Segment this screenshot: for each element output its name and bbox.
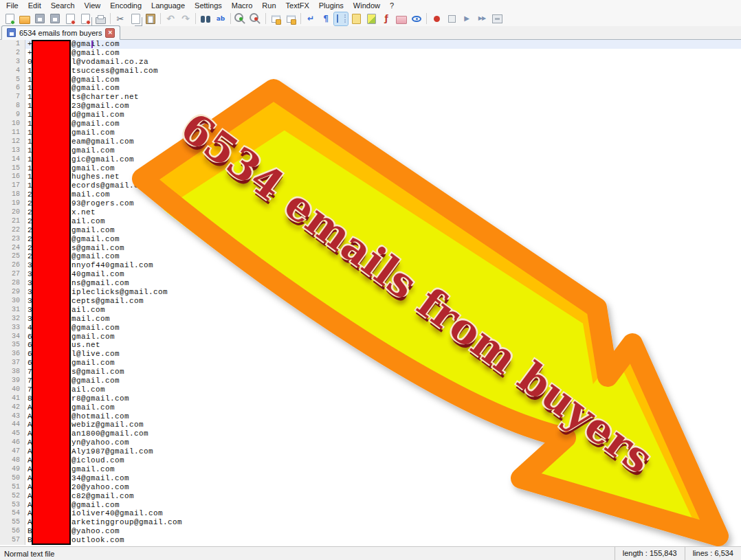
- tab-6534-emails-from-buyers[interactable]: 6534 emails from buyers ✕: [1, 25, 120, 40]
- editor-line[interactable]: 53A@gmail.com: [0, 501, 741, 510]
- copy-icon[interactable]: [129, 12, 142, 25]
- editor-line[interactable]: 232@gmail.com: [0, 235, 741, 244]
- menu-language[interactable]: Language: [146, 0, 190, 11]
- editor-line[interactable]: 303cepts@gmail.com: [0, 297, 741, 306]
- editor-line[interactable]: 283ns@gmail.com: [0, 279, 741, 288]
- replace-icon[interactable]: ab: [214, 12, 228, 25]
- editor-line[interactable]: 42Agmail.com: [0, 403, 741, 412]
- editor-line[interactable]: 8123@gmail.com: [0, 102, 741, 111]
- editor-line[interactable]: 171ecords@gmail.com: [0, 181, 741, 190]
- editor-line[interactable]: 52Ac82@gmail.com: [0, 492, 741, 501]
- macro-record-icon[interactable]: [430, 12, 443, 25]
- menu-macro[interactable]: Macro: [227, 0, 258, 11]
- editor-line[interactable]: 41tsuccess@gmail.com: [0, 67, 741, 76]
- editor-line[interactable]: 313ail.com: [0, 306, 741, 315]
- text-editor[interactable]: 1+@gmail.com2+@gmail.com30l@vodamail.co.…: [0, 40, 741, 545]
- editor-line[interactable]: 182mail.com: [0, 190, 741, 199]
- editor-line[interactable]: 323mail.com: [0, 315, 741, 324]
- open-file-icon[interactable]: [18, 12, 32, 25]
- editor-line[interactable]: 45Aan1800@gmail.com: [0, 429, 741, 438]
- editor-line[interactable]: 2+@gmail.com: [0, 49, 741, 58]
- editor-line[interactable]: 1+@gmail.com: [0, 40, 741, 49]
- save-icon[interactable]: [33, 12, 47, 25]
- macro-run-multiple-icon[interactable]: ▶▶: [475, 12, 489, 25]
- editor-line[interactable]: 397@gmail.com: [0, 377, 741, 385]
- print-icon[interactable]: [93, 12, 107, 25]
- menu-edit[interactable]: Edit: [23, 0, 46, 11]
- cut-icon[interactable]: ✂: [113, 12, 127, 25]
- editor-line[interactable]: 71ts@charter.net: [0, 93, 741, 102]
- editor-line[interactable]: 51@gmail.com: [0, 76, 741, 85]
- editor-line[interactable]: 57Boutlook.com: [0, 536, 741, 545]
- editor-line[interactable]: 19293@rogers.com: [0, 199, 741, 208]
- menu-[interactable]: ?: [385, 0, 399, 11]
- editor-line[interactable]: 30l@vodamail.co.za: [0, 58, 741, 67]
- menu-textfx[interactable]: TextFX: [281, 0, 314, 11]
- show-indent-guide-icon[interactable]: [334, 12, 348, 25]
- menu-search[interactable]: Search: [46, 0, 80, 11]
- redo-icon[interactable]: ↷: [179, 12, 192, 25]
- zoom-in-icon[interactable]: [234, 12, 247, 25]
- menu-view[interactable]: View: [80, 0, 106, 11]
- find-icon[interactable]: [199, 12, 212, 25]
- editor-line[interactable]: 55Aarketinggroup@gmail.com: [0, 518, 741, 527]
- editor-line[interactable]: 387s@gmail.com: [0, 368, 741, 377]
- editor-line[interactable]: 151gmail.com: [0, 164, 741, 173]
- editor-line[interactable]: 27340gmail.com: [0, 270, 741, 279]
- editor-line[interactable]: 376gmail.com: [0, 359, 741, 368]
- editor-line[interactable]: 47AAly1987@gmail.com: [0, 447, 741, 456]
- undo-icon[interactable]: ↶: [164, 12, 177, 25]
- editor-line[interactable]: 263nnyof440gmail.com: [0, 261, 741, 270]
- doc-switcher-icon[interactable]: [349, 12, 363, 25]
- editor-line[interactable]: 131gmail.com: [0, 146, 741, 155]
- editor-line[interactable]: 49Agmail.com: [0, 465, 741, 474]
- macro-play-icon[interactable]: ▶: [460, 12, 474, 25]
- word-wrap-icon[interactable]: ↵: [304, 12, 318, 25]
- editor-line[interactable]: 242s@gmail.com: [0, 244, 741, 253]
- editor-line[interactable]: 141gic@gmail.com: [0, 155, 741, 164]
- zoom-out-icon[interactable]: [249, 12, 263, 25]
- editor-line[interactable]: 161hughes.net: [0, 172, 741, 181]
- editor-line[interactable]: 43A@hotmail.com: [0, 412, 741, 421]
- menu-encoding[interactable]: Encoding: [105, 0, 146, 11]
- function-list-icon[interactable]: ƒ: [379, 12, 393, 25]
- editor-line[interactable]: 346gmail.com: [0, 333, 741, 341]
- menu-file[interactable]: File: [1, 0, 23, 11]
- macro-save-icon[interactable]: [490, 12, 504, 25]
- editor-line[interactable]: 56B@yahoo.com: [0, 527, 741, 536]
- editor-line[interactable]: 366l@live.com: [0, 350, 741, 359]
- sync-horizontal-scroll-icon[interactable]: [284, 12, 298, 25]
- editor-line[interactable]: 222gmail.com: [0, 226, 741, 235]
- editor-line[interactable]: 50A34@gmail.com: [0, 474, 741, 483]
- editor-line[interactable]: 202x.net: [0, 208, 741, 217]
- menu-window[interactable]: Window: [349, 0, 385, 11]
- editor-line[interactable]: 407ail.com: [0, 385, 741, 394]
- sync-vertical-scroll-icon[interactable]: [269, 12, 283, 25]
- editor-line[interactable]: 91d@gmail.com: [0, 111, 741, 120]
- monitoring-icon[interactable]: [410, 12, 423, 25]
- close-icon[interactable]: [63, 12, 77, 25]
- macro-stop-icon[interactable]: [445, 12, 458, 25]
- editor-line[interactable]: 212ail.com: [0, 217, 741, 226]
- editor-line[interactable]: 48A@icloud.com: [0, 456, 741, 465]
- folder-as-workspace-icon[interactable]: [395, 12, 408, 25]
- editor-line[interactable]: 61@gmail.com: [0, 84, 741, 93]
- editor-line[interactable]: 334@gmail.com: [0, 324, 741, 333]
- editor-line[interactable]: 44Awebiz@gmail.com: [0, 421, 741, 429]
- editor-line[interactable]: 252@gmail.com: [0, 252, 741, 261]
- editor-line[interactable]: 46Ayn@yahoo.com: [0, 438, 741, 447]
- editor-line[interactable]: 54Aioliver40@gmail.com: [0, 509, 741, 518]
- menu-plugins[interactable]: Plugins: [314, 0, 349, 11]
- new-file-icon[interactable]: [3, 12, 16, 25]
- paste-icon[interactable]: [144, 12, 157, 25]
- document-map-icon[interactable]: [364, 12, 378, 25]
- tab-close-icon[interactable]: ✕: [105, 28, 115, 38]
- show-all-characters-icon[interactable]: ¶: [319, 12, 333, 25]
- editor-line[interactable]: 111gmail.com: [0, 128, 741, 137]
- editor-line[interactable]: 293ipleclicks@gmail.com: [0, 288, 741, 297]
- editor-line[interactable]: 418r8@gmail.com: [0, 394, 741, 403]
- editor-line[interactable]: 51A20@yahoo.com: [0, 483, 741, 492]
- editor-line[interactable]: 356us.net: [0, 341, 741, 350]
- editor-line[interactable]: 121eam@gmail.com: [0, 137, 741, 146]
- menu-settings[interactable]: Settings: [190, 0, 227, 11]
